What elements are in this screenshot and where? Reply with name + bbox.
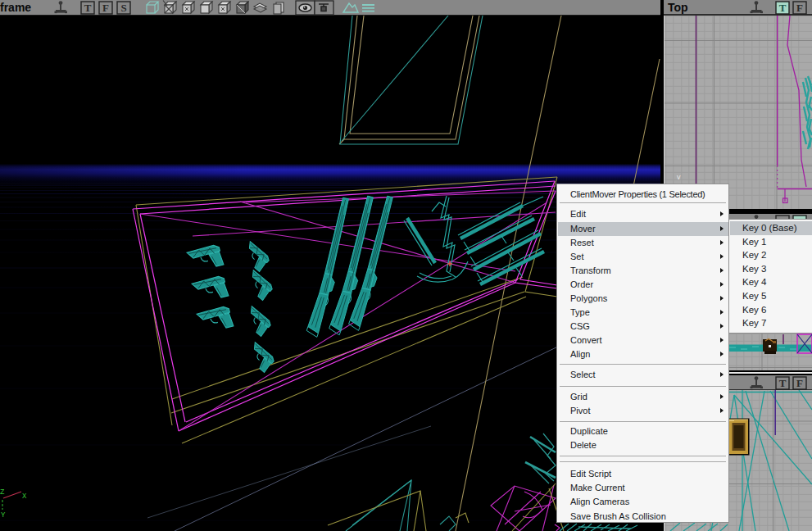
svg-text:F: F xyxy=(796,2,803,14)
svg-text:frame: frame xyxy=(0,1,31,14)
svg-text:Top: Top xyxy=(668,1,688,14)
svg-text:T: T xyxy=(779,2,787,14)
svg-text:F: F xyxy=(102,2,109,14)
svg-text:Y: Y xyxy=(1,511,6,520)
svg-text:X: X xyxy=(22,492,27,501)
svg-text:T: T xyxy=(84,2,92,14)
svg-text:T: T xyxy=(779,377,787,389)
svg-text:F: F xyxy=(796,377,803,389)
svg-text:v: v xyxy=(677,173,681,181)
svg-text:S: S xyxy=(120,2,126,14)
svg-text:Z: Z xyxy=(0,488,5,497)
